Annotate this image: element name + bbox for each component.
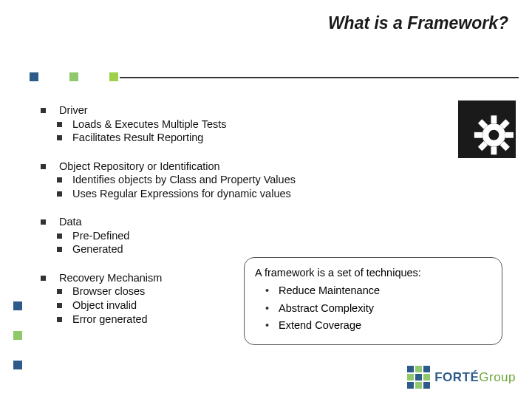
bullet-icon — [57, 233, 62, 239]
brand-logo: FORTÉGroup — [407, 366, 516, 389]
dot-icon: • — [265, 318, 279, 334]
dot-icon: • — [265, 283, 279, 299]
bullet-icon — [57, 303, 62, 308]
bullet-icon — [57, 135, 62, 140]
logo-text: FORTÉGroup — [434, 370, 516, 385]
sub-label: Error generated — [72, 313, 148, 327]
bullet-label: Data — [59, 215, 82, 229]
svg-rect-6 — [491, 146, 497, 154]
bullet-icon — [41, 219, 46, 225]
bullet-icon — [57, 317, 62, 322]
bullet-icon — [41, 276, 46, 281]
sub-label: Facilitates Result Reporting — [72, 131, 203, 145]
callout-point: Extend Coverage — [279, 318, 361, 334]
sub-label: Identifies objects by Class and Property… — [72, 173, 296, 187]
callout-point: Reduce Maintenance — [279, 283, 380, 299]
callout-point: Abstract Complexity — [279, 301, 374, 317]
logo-brand2: Group — [479, 370, 516, 384]
dot-icon: • — [265, 301, 279, 317]
svg-rect-8 — [474, 132, 482, 138]
deco-square — [13, 301, 22, 310]
deco-square — [30, 72, 38, 81]
sub-label: Browser closes — [72, 284, 145, 299]
bullet-data: Data Pre-Defined Generated — [41, 215, 484, 256]
sub-label: Loads & Executes Multiple Tests — [72, 117, 226, 132]
deco-square — [13, 331, 22, 340]
deco-square — [109, 72, 118, 81]
bullet-label: Object Repository or Identification — [59, 160, 220, 174]
sub-label: Pre-Defined — [72, 229, 129, 243]
bullet-icon — [57, 247, 62, 252]
bullet-icon — [57, 191, 62, 197]
deco-square — [13, 361, 22, 369]
svg-point-10 — [488, 130, 499, 140]
bullet-driver: Driver Loads & Executes Multiple Tests F… — [41, 103, 484, 145]
bullet-icon — [41, 108, 46, 113]
gear-icon — [458, 100, 516, 158]
callout-box: A framework is a set of techniques: •Red… — [244, 257, 502, 345]
sub-label: Object invalid — [72, 299, 137, 313]
slide-title: What is a Framework? — [328, 13, 508, 33]
logo-brand1: FORTÉ — [434, 370, 479, 384]
title-rule — [120, 77, 519, 78]
sub-label: Generated — [72, 242, 123, 256]
bullet-repo: Object Repository or Identification Iden… — [41, 160, 484, 201]
svg-rect-4 — [505, 132, 514, 138]
deco-square — [69, 72, 78, 81]
sub-label: Uses Regular Expressions for dynamic val… — [72, 187, 291, 201]
bullet-icon — [57, 289, 62, 294]
callout-heading: A framework is a set of techniques: — [255, 265, 491, 282]
bullet-icon — [41, 164, 46, 169]
bullet-label: Recovery Mechanism — [59, 271, 162, 285]
svg-rect-2 — [491, 115, 497, 123]
bullet-icon — [57, 177, 62, 183]
bullet-icon — [57, 122, 62, 127]
logo-mark — [407, 366, 430, 389]
bullet-label: Driver — [59, 103, 88, 117]
